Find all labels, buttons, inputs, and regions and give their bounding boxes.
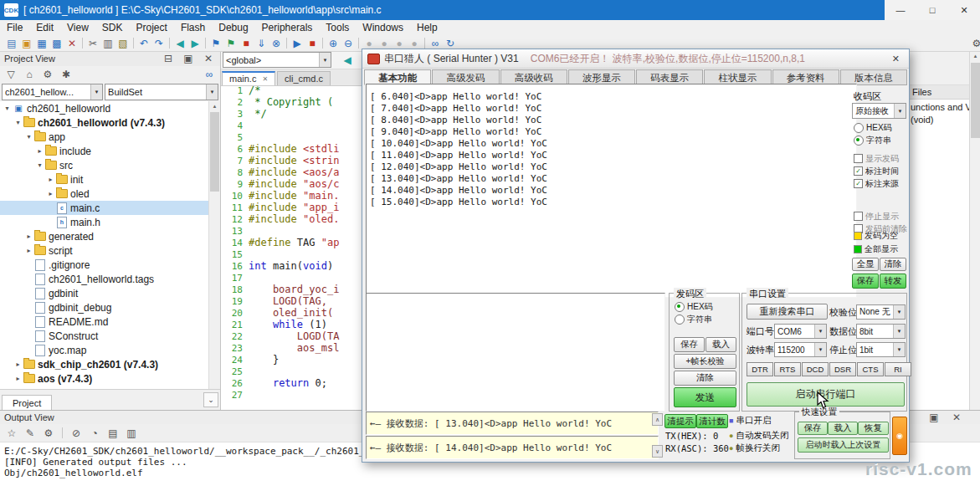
save-tx-button[interactable]: 保存 [674,337,705,352]
undo-icon[interactable]: ↶ [136,37,151,50]
clear-count-button[interactable]: 清计数 [696,414,728,428]
send-button[interactable]: 发送 [674,387,736,407]
clear-prompt-button[interactable]: 清提示 [664,414,696,428]
zoom-in-icon[interactable]: ⊕ [326,37,341,50]
show-all-button[interactable]: 全显 [852,258,879,271]
quick-load-button[interactable]: 载入 [828,422,858,435]
timestamp-checkbox[interactable]: ✓标注时间 [854,165,907,177]
float-panel-icon[interactable]: ▣ [181,52,196,65]
menu-peripherals[interactable]: Peripherals [255,20,320,35]
nav-back-icon[interactable]: ◀ [340,54,355,67]
forward-button[interactable]: 转发 [880,274,906,289]
rescan-ports-button[interactable]: 重新搜索串口 [747,304,828,320]
save-all-icon[interactable]: ▩ [49,37,64,50]
tree-item[interactable]: ▸aos (v7.4.3) [0,371,209,386]
scroll-down-icon[interactable]: ∨ [652,445,663,458]
frame-check-button[interactable]: +帧长校验 [674,354,736,369]
tree-item[interactable]: ▸include [0,144,209,158]
collapse-all-icon[interactable]: ⌂ [22,68,37,81]
scope-select[interactable]: <global> ▼ [223,52,331,68]
send-input-area[interactable] [366,293,665,412]
scrollbar-thumb[interactable] [210,112,219,192]
tab-files[interactable]: Files [909,85,970,100]
stop-build-icon[interactable]: ■ [239,37,254,50]
zoom-out-icon[interactable]: ⊖ [341,37,356,50]
rx-mode-select[interactable]: 原始接收 ▼ [852,103,906,119]
signal-dtr-button[interactable]: DTR [747,362,773,376]
clear-output-icon[interactable]: ⊘ [69,427,84,440]
menu-project[interactable]: Project [130,20,174,35]
buildset-select[interactable]: BuildSet ▼ [105,84,218,100]
sync-icon[interactable]: ∞ [202,68,217,81]
minimize-button[interactable]: — [885,0,916,20]
tree-item[interactable]: cmain.c [0,201,209,215]
cut-icon[interactable]: ✂ [85,37,100,50]
databits-select[interactable]: 8bit ▼ [856,324,906,339]
target-select[interactable]: ch2601_hellow... ▼ [2,84,103,100]
rx-format-string-radio[interactable]: 字符串 [854,134,892,146]
tree-item[interactable]: ▾app [0,130,209,144]
debug-start-icon[interactable]: ▶ [290,37,305,50]
history-icon[interactable]: ◔ [87,427,102,440]
scroll-up-icon[interactable]: ▲ [209,101,220,110]
tree-item[interactable]: SConstruct [0,329,209,343]
project-tree[interactable]: ▾▣ch2601_helloworld▾ch2601_helloworld (v… [0,101,209,390]
flash-download-icon[interactable]: ⇓ [254,37,269,50]
scrollbar-thumb[interactable] [971,63,980,138]
panel-list-dropdown[interactable]: ⌄ [203,392,218,407]
baudrate-select[interactable]: 115200 ▼ [774,342,827,357]
close-panel-icon[interactable]: ✕ [949,411,964,424]
save-rx-button[interactable]: 保存 [852,274,879,289]
editor-tab[interactable]: cli_cmd.c [277,71,331,85]
load-tx-button[interactable]: 载入 [705,337,736,352]
menu-view[interactable]: View [60,20,95,35]
hunter-quick-button[interactable]: ◉ [892,417,907,455]
signal-rts-button[interactable]: RTS [774,362,801,376]
editor-tab[interactable]: main.c✕ [222,71,275,85]
copy-icon[interactable]: ▥ [100,37,115,50]
pin-icon[interactable]: ✎ [23,427,38,440]
tree-item[interactable]: ▾src [0,158,209,172]
tree-item[interactable]: ▸script [0,243,209,258]
tree-item[interactable]: ▸generated [0,229,209,243]
show-tx-checkbox[interactable]: 显示发码 [854,152,907,165]
menu-tools[interactable]: Tools [319,20,356,35]
tx-format-string-radio[interactable]: 字符串 [675,313,713,325]
settings-icon[interactable]: ⚙ [41,427,56,440]
close-icon[interactable]: ✕ [888,54,904,64]
minimize-panel-icon[interactable]: ⊟ [161,52,176,65]
open-project-icon[interactable]: ▣ [19,37,34,50]
navigate-back-icon[interactable]: ◀ [172,37,187,50]
signal-ri-button[interactable]: RI [885,362,911,376]
float-panel-icon[interactable]: ▣ [926,411,942,424]
tree-item[interactable]: ▾ch2601_helloworld (v7.4.3) [0,115,209,130]
menu-flash[interactable]: Flash [174,20,212,35]
tree-item[interactable]: gdbinit [0,286,209,300]
signal-dsr-button[interactable]: DSR [829,362,856,376]
build-icon[interactable]: ⚑ [208,37,223,50]
serial-titlebar[interactable]: 串口猎人 ( Serial Hunter ) V31 COM6已经开启！ 波特率… [362,49,909,69]
function-item[interactable]: (void) [909,113,970,126]
favorite-icon[interactable]: ☆ [4,427,19,440]
rebuild-icon[interactable]: ⚑ [223,37,239,50]
paste-icon[interactable]: ▧ [115,37,131,50]
menu-file[interactable]: File [0,20,29,35]
tree-item[interactable]: ▸init [0,172,209,187]
port-select[interactable]: COM6 ▼ [774,324,827,339]
menu-help[interactable]: Help [410,20,444,35]
word-wrap-icon[interactable]: ▤ [105,427,121,440]
clear-display-button[interactable]: 清除 [880,258,906,271]
scroll-up-icon[interactable]: ▲ [970,51,980,61]
tx-format-hex-radio[interactable]: HEX码 [675,300,713,313]
tree-item[interactable]: ▸sdk_chip_ch2601 (v7.4.3) [0,357,209,371]
project-tree-scrollbar[interactable]: ▲ [208,101,220,390]
close-tab-icon[interactable]: ✕ [262,75,268,83]
signal-dcd-button[interactable]: DCD [802,362,829,376]
menu-windows[interactable]: Windows [356,20,410,35]
stopbits-select[interactable]: 1bit ▼ [856,342,906,357]
tree-item[interactable]: ▾▣ch2601_helloworld [0,101,209,115]
tree-item[interactable]: yoc.map [0,343,209,357]
stop-display-checkbox[interactable]: 停止显示 [854,210,907,222]
scroll-up-icon[interactable]: ∧ [652,413,663,426]
build-settings-icon[interactable]: ⚙ [40,68,55,81]
